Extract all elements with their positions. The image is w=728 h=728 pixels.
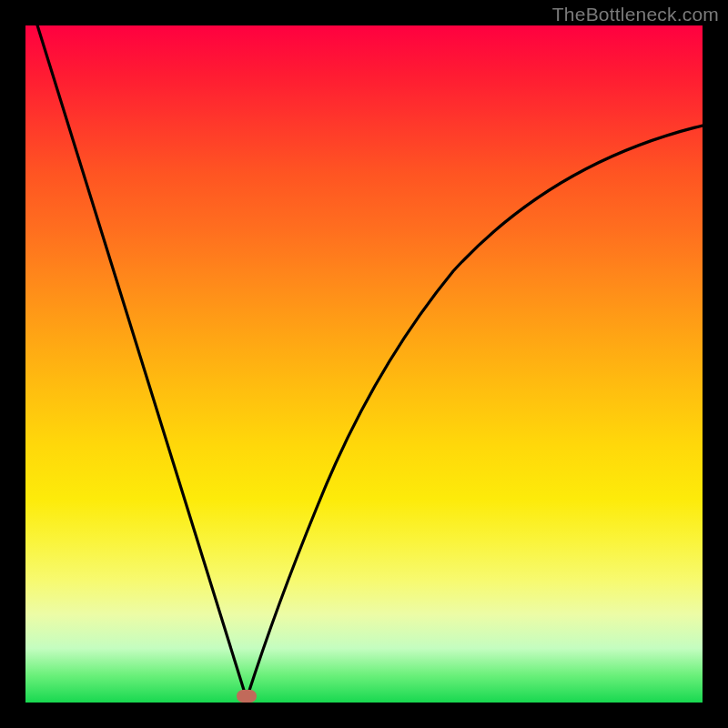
watermark-text: TheBottleneck.com [552, 4, 719, 25]
curve-left [35, 25, 247, 699]
curve-right [247, 126, 703, 699]
plot-area [25, 25, 703, 703]
minimum-marker [237, 690, 257, 703]
curve-layer [25, 25, 703, 703]
chart-frame: TheBottleneck.com [0, 0, 728, 728]
